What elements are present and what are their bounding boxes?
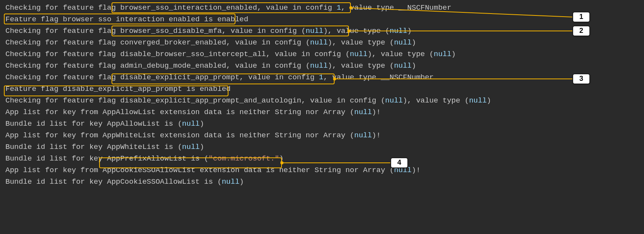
log-output: Checking for feature flag browser_sso_in… — [0, 0, 644, 190]
null-value: null — [354, 108, 372, 116]
log-line: Checking for feature flag admin_debug_mo… — [5, 60, 639, 72]
null-value: null — [354, 131, 372, 140]
text: Checking for feature flag — [5, 27, 120, 35]
null-value: null — [385, 96, 403, 105]
null-value: null — [390, 27, 407, 35]
null-value: null — [306, 27, 323, 35]
null-value: null — [222, 178, 240, 186]
highlighted-text: browser_sso_disable_mfa, value in config… — [120, 27, 306, 35]
log-line: Feature flag browser sso interaction ena… — [5, 14, 639, 26]
highlighted-text: Feature flag disable_explicit_app_prompt… — [5, 85, 231, 93]
log-line: Checking for feature flag disable_explic… — [5, 72, 639, 84]
text: ) — [452, 50, 456, 58]
log-line: Bundle id list for key AppPrefixAllowLis… — [5, 153, 639, 165]
log-line: App list for key from AppCookieSSOAllowL… — [5, 165, 639, 176]
number: 1 — [319, 73, 323, 82]
log-line: Checking for feature flag disable_explic… — [5, 95, 639, 107]
log-line: Feature flag disable_explicit_app_prompt… — [5, 84, 639, 95]
text: ), value type ( — [368, 50, 434, 58]
text: ), value type ( — [328, 38, 394, 47]
highlighted-text: browser_sso_interaction_enabled, value i… — [120, 3, 337, 12]
text: Checking for feature flag converged_brok… — [5, 38, 310, 47]
highlighted-text: disable_explicit_app_prompt, value in co… — [120, 73, 319, 82]
text: ) — [487, 96, 491, 105]
null-value: null — [394, 166, 412, 174]
log-line: Bundle id list for key AppCookieSSOAllow… — [5, 176, 639, 188]
text: Checking for feature flag disable_browse… — [5, 50, 350, 58]
log-line: Bundle id list for key AppAllowList is (… — [5, 118, 639, 130]
log-line: Checking for feature flag converged_brok… — [5, 37, 639, 49]
text: App list for key from AppCookieSSOAllowL… — [5, 166, 394, 174]
null-value: null — [350, 50, 368, 58]
text: ) — [412, 61, 416, 70]
highlighted-text: AppPrefixAllowList is ( — [107, 154, 208, 163]
text: Bundle id list for key — [5, 154, 107, 163]
text: ) — [412, 38, 416, 47]
text: Checking for feature flag admin_debug_mo… — [5, 61, 310, 70]
log-line: App list for key from AppWhiteList exten… — [5, 130, 639, 142]
text: ) — [407, 27, 412, 35]
string-value: "com.microsoft." — [209, 154, 279, 163]
null-value: null — [394, 38, 412, 47]
text: , value type ( — [328, 27, 390, 35]
text: )! — [372, 108, 381, 116]
null-value: null — [394, 61, 412, 70]
null-value: null — [434, 50, 452, 58]
log-line: Bundle id list for key AppWhiteList is (… — [5, 142, 639, 153]
text: App list for key from AppAllowList exten… — [5, 108, 354, 116]
text: ), value type ( — [403, 96, 469, 105]
text: ) — [200, 120, 204, 128]
log-line: Checking for feature flag disable_browse… — [5, 49, 639, 60]
text: )! — [372, 131, 381, 140]
text: ) — [239, 178, 244, 186]
text: Bundle id list for key AppAllowList is ( — [5, 120, 182, 128]
null-value: null — [469, 96, 487, 105]
log-line: Checking for feature flag browser_sso_di… — [5, 26, 639, 37]
text: Checking for feature flag — [5, 73, 120, 82]
text: ), value type ( — [328, 61, 394, 70]
log-line: App list for key from AppAllowList exten… — [5, 107, 639, 118]
highlighted-text: Feature flag browser sso interaction ena… — [5, 15, 248, 24]
text: , value type __NSCFNumber — [341, 3, 452, 12]
text: Checking for feature flag — [5, 3, 120, 12]
null-value: null — [310, 61, 328, 70]
null-value: null — [182, 143, 200, 151]
text: Bundle id list for key AppCookieSSOAllow… — [5, 178, 222, 186]
null-value: null — [310, 38, 328, 47]
text: App list for key from AppWhiteList exten… — [5, 131, 354, 140]
text: Bundle id list for key AppWhiteList is ( — [5, 143, 182, 151]
text: , value type __NSCFNumber — [323, 73, 434, 82]
text: )! — [412, 166, 421, 174]
log-line: Checking for feature flag browser_sso_in… — [5, 2, 639, 14]
null-value: null — [182, 120, 200, 128]
highlighted-text: ) — [323, 27, 328, 35]
number: 1 — [337, 3, 341, 12]
highlighted-text: ) — [279, 154, 283, 163]
text: Checking for feature flag disable_explic… — [5, 96, 385, 105]
text: ) — [200, 143, 204, 151]
